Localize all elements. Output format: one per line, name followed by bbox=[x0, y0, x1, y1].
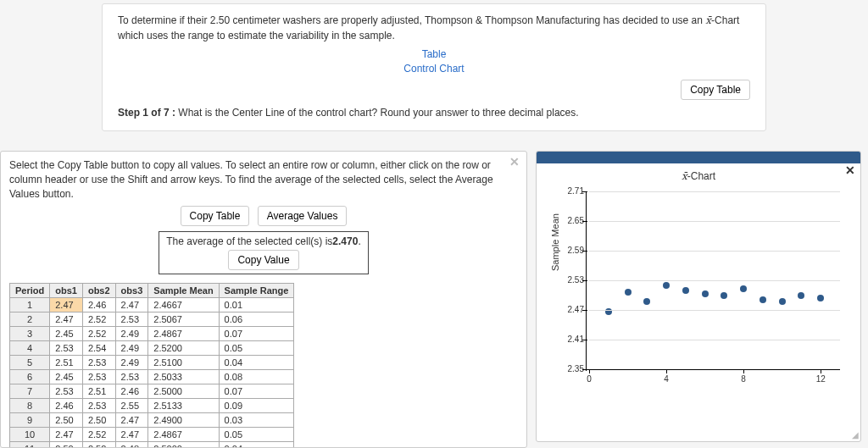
table-row[interactable]: 32.452.522.492.48670.07 bbox=[10, 327, 294, 341]
table-cell[interactable]: 11 bbox=[10, 442, 50, 448]
table-cell[interactable]: 2.52 bbox=[82, 327, 115, 341]
table-cell[interactable]: 2.54 bbox=[82, 341, 115, 356]
table-cell[interactable]: 2.53 bbox=[115, 312, 148, 327]
close-icon[interactable]: ✕ bbox=[509, 155, 520, 169]
col-header[interactable]: obs2 bbox=[82, 284, 115, 298]
col-header[interactable]: Sample Range bbox=[219, 284, 294, 298]
resize-handle-icon[interactable]: ◢ bbox=[852, 430, 859, 440]
table-cell[interactable]: 2.52 bbox=[82, 428, 115, 442]
table-cell[interactable]: 2.49 bbox=[115, 341, 148, 356]
table-cell[interactable]: 2.5067 bbox=[148, 312, 219, 327]
table-row[interactable]: 112.502.522.482.50000.04 bbox=[10, 442, 294, 448]
copy-table-button-top[interactable]: Copy Table bbox=[681, 80, 750, 100]
table-cell[interactable]: 7 bbox=[10, 384, 50, 399]
col-header[interactable]: Sample Mean bbox=[148, 284, 219, 298]
table-cell[interactable]: 0.07 bbox=[219, 384, 294, 399]
table-cell[interactable]: 2.5000 bbox=[148, 384, 219, 399]
table-cell[interactable]: 1 bbox=[10, 298, 50, 312]
table-cell[interactable]: 2.53 bbox=[82, 399, 115, 413]
table-cell[interactable]: 2.50 bbox=[50, 413, 83, 428]
table-cell[interactable]: 2.46 bbox=[50, 399, 83, 413]
table-cell[interactable]: 6 bbox=[10, 370, 50, 384]
table-cell[interactable]: 9 bbox=[10, 413, 50, 428]
table-cell[interactable]: 2.52 bbox=[82, 442, 115, 448]
table-cell[interactable]: 2.50 bbox=[50, 442, 83, 448]
table-cell[interactable]: 2.46 bbox=[115, 384, 148, 399]
table-cell[interactable]: 4 bbox=[10, 341, 50, 356]
table-cell[interactable]: 2.47 bbox=[115, 298, 148, 312]
table-cell[interactable]: 2.47 bbox=[115, 428, 148, 442]
table-cell[interactable]: 0.01 bbox=[219, 298, 294, 312]
table-row[interactable]: 62.452.532.532.50330.08 bbox=[10, 370, 294, 384]
table-cell[interactable]: 2.51 bbox=[50, 356, 83, 370]
table-cell[interactable]: 2.50 bbox=[82, 413, 115, 428]
table-row[interactable]: 72.532.512.462.50000.07 bbox=[10, 384, 294, 399]
col-header[interactable]: obs3 bbox=[115, 284, 148, 298]
link-table[interactable]: Table bbox=[118, 48, 750, 60]
chart-close-icon[interactable]: ✕ bbox=[845, 163, 855, 177]
table-cell[interactable]: 2.47 bbox=[50, 428, 83, 442]
table-row[interactable]: 102.472.522.472.48670.05 bbox=[10, 428, 294, 442]
table-cell[interactable]: 2.52 bbox=[82, 312, 115, 327]
table-cell[interactable]: 0.06 bbox=[219, 312, 294, 327]
chart-area: Sample Mean 2.352.412.472.532.592.652.71… bbox=[552, 186, 845, 407]
table-cell[interactable]: 2 bbox=[10, 312, 50, 327]
x-tick-label: 8 bbox=[737, 374, 750, 384]
table-cell[interactable]: 0.08 bbox=[219, 370, 294, 384]
copy-table-button[interactable]: Copy Table bbox=[181, 206, 250, 226]
table-cell[interactable]: 0.05 bbox=[219, 341, 294, 356]
table-cell[interactable]: 2.45 bbox=[50, 370, 83, 384]
data-point bbox=[740, 285, 747, 292]
table-cell[interactable]: 2.55 bbox=[115, 399, 148, 413]
table-cell[interactable]: 0.05 bbox=[219, 428, 294, 442]
table-cell[interactable]: 2.5100 bbox=[148, 356, 219, 370]
table-cell[interactable]: 0.03 bbox=[219, 413, 294, 428]
table-row[interactable]: 52.512.532.492.51000.04 bbox=[10, 356, 294, 370]
table-cell[interactable]: 2.49 bbox=[115, 356, 148, 370]
table-cell[interactable]: 2.49 bbox=[115, 327, 148, 341]
table-cell[interactable]: 2.53 bbox=[50, 384, 83, 399]
table-cell[interactable]: 8 bbox=[10, 399, 50, 413]
table-cell[interactable]: 0.09 bbox=[219, 399, 294, 413]
col-header[interactable]: obs1 bbox=[50, 284, 83, 298]
table-cell[interactable]: 2.53 bbox=[82, 370, 115, 384]
table-cell[interactable]: 2.53 bbox=[82, 356, 115, 370]
table-row[interactable]: 22.472.522.532.50670.06 bbox=[10, 312, 294, 327]
table-cell[interactable]: 2.47 bbox=[50, 298, 83, 312]
table-row[interactable]: 82.462.532.552.51330.09 bbox=[10, 399, 294, 413]
table-cell[interactable]: 0.04 bbox=[219, 356, 294, 370]
data-table[interactable]: Periodobs1obs2obs3Sample MeanSample Rang… bbox=[9, 283, 294, 448]
table-cell[interactable]: 2.4667 bbox=[148, 298, 219, 312]
link-control-chart[interactable]: Control Chart bbox=[118, 63, 750, 75]
table-cell[interactable]: 5 bbox=[10, 356, 50, 370]
table-row[interactable]: 42.532.542.492.52000.05 bbox=[10, 341, 294, 356]
table-cell[interactable]: 2.46 bbox=[82, 298, 115, 312]
table-cell[interactable]: 2.4900 bbox=[148, 413, 219, 428]
col-header[interactable]: Period bbox=[10, 284, 50, 298]
table-cell[interactable]: 0.04 bbox=[219, 442, 294, 448]
table-cell[interactable]: 2.53 bbox=[50, 341, 83, 356]
table-cell[interactable]: 2.5200 bbox=[148, 341, 219, 356]
table-cell[interactable]: 2.5033 bbox=[148, 370, 219, 384]
data-point bbox=[721, 292, 727, 299]
grid-line bbox=[589, 221, 840, 222]
table-cell[interactable]: 10 bbox=[10, 428, 50, 442]
table-cell[interactable]: 2.48 bbox=[115, 442, 148, 448]
y-tick-label: 2.59 bbox=[562, 246, 584, 255]
table-cell[interactable]: 2.4867 bbox=[148, 327, 219, 341]
table-cell[interactable]: 2.47 bbox=[115, 413, 148, 428]
table-cell[interactable]: 2.51 bbox=[82, 384, 115, 399]
table-cell[interactable]: 0.07 bbox=[219, 327, 294, 341]
table-cell[interactable]: 2.5133 bbox=[148, 399, 219, 413]
table-cell[interactable]: 2.53 bbox=[115, 370, 148, 384]
chart-panel-bar[interactable] bbox=[537, 152, 860, 163]
table-cell[interactable]: 2.45 bbox=[50, 327, 83, 341]
table-row[interactable]: 12.472.462.472.46670.01 bbox=[10, 298, 294, 312]
average-values-button[interactable]: Average Values bbox=[258, 206, 348, 226]
copy-value-button[interactable]: Copy Value bbox=[228, 250, 298, 270]
table-cell[interactable]: 2.4867 bbox=[148, 428, 219, 442]
table-cell[interactable]: 2.47 bbox=[50, 312, 83, 327]
table-cell[interactable]: 3 bbox=[10, 327, 50, 341]
table-cell[interactable]: 2.5000 bbox=[148, 442, 219, 448]
table-row[interactable]: 92.502.502.472.49000.03 bbox=[10, 413, 294, 428]
